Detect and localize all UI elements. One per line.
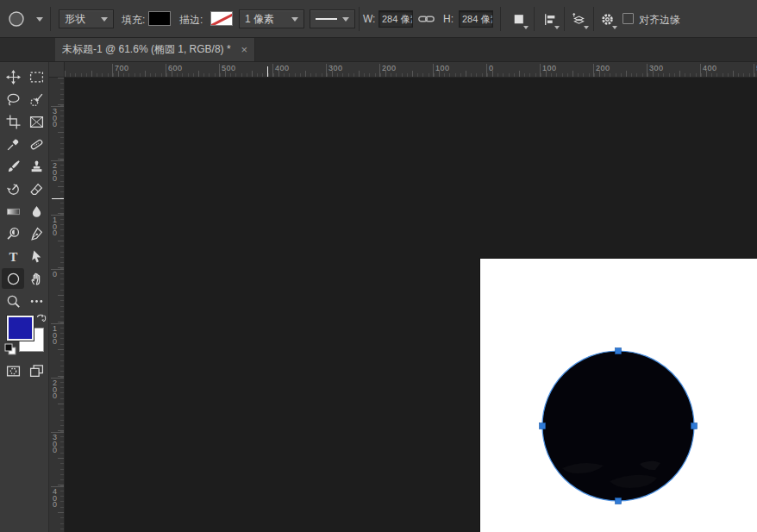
ruler-major-tick [433, 64, 434, 77]
close-icon[interactable]: × [241, 44, 247, 55]
vertical-ruler[interactable]: 3 0 02 0 01 0 001 0 02 0 03 0 04 0 05 0 … [49, 78, 65, 532]
zoom-tool-icon [6, 294, 21, 309]
tool-mode-select[interactable]: 形状 [59, 9, 114, 28]
crop-tool-icon [6, 115, 21, 129]
screen-mode-button[interactable] [25, 360, 47, 381]
tool-preset-button[interactable] [7, 7, 47, 31]
divider [359, 7, 360, 31]
edit-toolbar-button-icon [29, 294, 44, 309]
zoom-tool[interactable] [2, 291, 24, 311]
crop-tool[interactable] [2, 111, 24, 132]
ruler-label: 200 [596, 64, 610, 72]
ruler-label: 0 [53, 272, 57, 279]
cursor-position-marker [52, 198, 64, 199]
pen-tool[interactable] [25, 223, 47, 244]
shape-settings-button[interactable] [596, 8, 618, 30]
ruler-label: 400 [275, 64, 290, 72]
brush-tool[interactable] [2, 156, 24, 177]
tool-options-bar: 形状 填充: 描边: 1 像素 W: 284 像素 H: 284 像素 对齐边缘 [0, 0, 757, 38]
shape-width-field[interactable]: 284 像素 [378, 10, 413, 28]
stroke-width-value: 1 像素 [245, 12, 286, 27]
type-tool-icon: T [6, 249, 21, 264]
stroke-type-select[interactable] [310, 9, 355, 28]
dodge-tool[interactable] [2, 223, 24, 244]
handle-w[interactable] [540, 423, 546, 429]
horizontal-ruler[interactable]: 7006005004003002001000100200300400500 [65, 62, 757, 78]
ruler-major-tick [326, 64, 327, 77]
ruler-label: 300 [328, 64, 343, 72]
fill-swatch[interactable] [148, 11, 171, 26]
default-colors-icon[interactable] [4, 343, 16, 355]
foreground-color-swatch[interactable] [7, 316, 34, 341]
ruler-major-tick [593, 64, 594, 77]
edit-toolbar-button[interactable] [25, 291, 47, 311]
svg-text:T: T [9, 249, 17, 263]
document-tab[interactable]: 未标题-1 @ 61.6% (椭圆 1, RGB/8) * × [55, 38, 255, 61]
lasso-tool[interactable] [2, 89, 24, 110]
spot-healing-brush-tool-icon [29, 137, 44, 152]
stroke-swatch[interactable] [210, 11, 233, 26]
ruler-major-tick [166, 64, 166, 77]
ruler-origin-corner[interactable] [49, 62, 65, 78]
rectangular-marquee-tool[interactable] [25, 66, 47, 87]
handle-n[interactable] [616, 348, 622, 354]
screenmode-icon [29, 364, 44, 379]
tool-mode-value: 形状 [65, 12, 96, 27]
blur-tool[interactable] [25, 201, 47, 222]
ruler-major-tick [700, 64, 701, 77]
clone-stamp-tool[interactable] [25, 156, 47, 177]
divider [564, 7, 565, 31]
ellipse-tool-icon [6, 272, 21, 286]
path-operations-button[interactable] [507, 8, 529, 30]
ruler-label: 4 0 0 [53, 489, 57, 509]
eyedropper-tool-icon [6, 137, 21, 152]
move-tool[interactable] [2, 66, 24, 87]
path-alignment-button[interactable] [538, 8, 560, 30]
spot-healing-brush-tool[interactable] [25, 134, 47, 154]
ruler-label: 500 [222, 64, 236, 72]
blur-tool-icon [29, 204, 44, 219]
dodge-tool-icon [6, 227, 21, 241]
ruler-label: 1 0 0 [53, 326, 57, 346]
quick-selection-tool[interactable] [25, 89, 47, 110]
hand-tool[interactable] [25, 268, 47, 289]
ruler-label: 700 [115, 64, 129, 72]
path-arrangement-button[interactable] [567, 8, 590, 30]
stroke-width-select[interactable]: 1 像素 [239, 9, 304, 28]
link-dimensions-icon[interactable] [416, 8, 435, 30]
divider [593, 7, 594, 31]
handle-s[interactable] [616, 498, 622, 504]
divider [500, 7, 501, 31]
quickmask-icon [6, 364, 21, 379]
ruler-major-tick [486, 64, 487, 77]
pen-tool-icon [29, 227, 44, 241]
gradient-tool[interactable] [2, 201, 24, 222]
history-brush-tool[interactable] [2, 178, 24, 199]
align-edges-checkbox[interactable] [622, 13, 634, 24]
swap-colors-icon[interactable] [35, 312, 47, 324]
path-arrangement-icon [572, 12, 586, 27]
ruler-major-tick [540, 64, 541, 77]
quick-mask-button[interactable] [2, 360, 24, 381]
ellipse-tool[interactable] [2, 268, 24, 289]
document-canvas[interactable] [480, 259, 757, 532]
divider [50, 7, 51, 31]
ruler-major-tick [379, 64, 380, 77]
ruler-major-tick [647, 64, 648, 77]
ruler-label: 3 0 0 [53, 435, 57, 454]
align-edges-label: 对齐边缘 [639, 13, 680, 28]
path-selection-tool[interactable] [25, 246, 47, 266]
canvas-pasteboard[interactable] [65, 78, 757, 532]
ruler-label: 100 [435, 64, 450, 72]
ruler-major-tick [754, 64, 754, 77]
tool-palette: T [0, 62, 49, 532]
frame-tool[interactable] [25, 111, 47, 132]
eraser-tool[interactable] [25, 178, 47, 199]
color-picker-widget [0, 310, 49, 366]
quick-selection-tool-icon [29, 92, 44, 107]
history-brush-tool-icon [6, 182, 21, 197]
shape-height-field[interactable]: 284 像素 [459, 10, 493, 28]
eyedropper-tool[interactable] [2, 134, 24, 154]
type-tool[interactable]: T [2, 246, 24, 266]
handle-e[interactable] [691, 423, 698, 429]
